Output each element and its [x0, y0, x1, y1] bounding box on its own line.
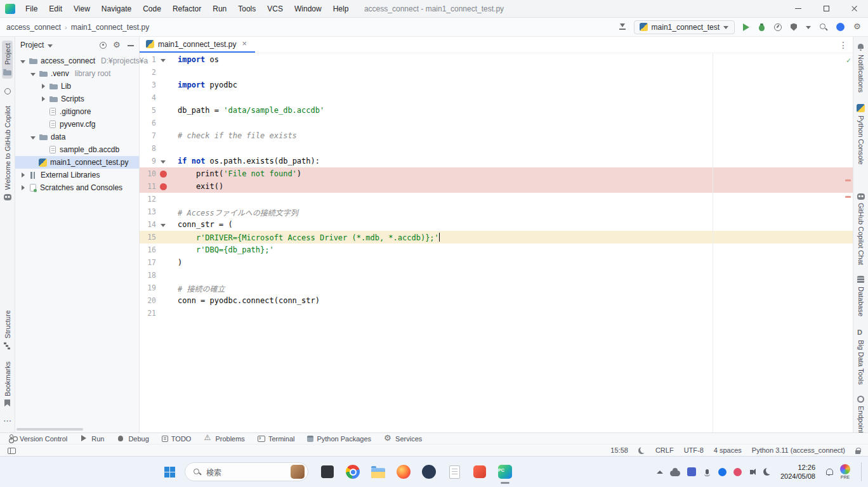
coverage-icon[interactable]: [791, 23, 797, 31]
breadcrumb-main1-connect-test-py[interactable]: main1_connect_test.py: [71, 23, 149, 32]
code-line-12[interactable]: 12: [140, 193, 853, 205]
tool-button-version-control[interactable]: Version Control: [9, 434, 67, 443]
breakpoint-stripe-mark[interactable]: [845, 179, 851, 181]
run-config-selector[interactable]: main1_connect_test: [634, 20, 735, 34]
taskbar-app-app-red[interactable]: [472, 464, 487, 479]
debug-icon[interactable]: [758, 23, 765, 31]
blue-badge-icon[interactable]: [836, 23, 845, 31]
play-icon[interactable]: [742, 23, 749, 31]
chev-d-icon[interactable]: [30, 134, 36, 140]
tool-stripe-notifications[interactable]: Notifications: [855, 41, 866, 95]
code-line-19[interactable]: 19# 接続の確立: [140, 282, 853, 294]
code-line-18[interactable]: 18: [140, 269, 853, 282]
mic-icon[interactable]: [706, 469, 709, 474]
code-line-9[interactable]: 9if not os.path.exists(db_path):: [140, 155, 853, 167]
line-separator-indicator[interactable]: CRLF: [655, 446, 674, 454]
tool-stripe-big-data-tools[interactable]: Big Data Tools: [855, 326, 866, 387]
start-button[interactable]: [162, 464, 177, 479]
code-line-17[interactable]: 17): [140, 256, 853, 269]
tree-item-lib[interactable]: Lib: [15, 80, 139, 93]
horizontal-scrollbar[interactable]: [16, 428, 83, 431]
breakpoint-stripe-mark[interactable]: [845, 196, 851, 198]
code-line-8[interactable]: 8: [140, 142, 853, 155]
tool-stripe-python-console[interactable]: Python Console: [855, 101, 866, 167]
tool-button-problems[interactable]: Problems: [204, 434, 244, 443]
code-line-2[interactable]: 2: [140, 66, 853, 79]
tool-button-todo[interactable]: TODO: [162, 435, 192, 443]
speaker-icon[interactable]: [750, 470, 753, 474]
close-button[interactable]: [840, 0, 868, 17]
code-line-11[interactable]: 11 exit(): [140, 180, 853, 193]
breadcrumb-access-connect[interactable]: access_connect: [6, 23, 61, 32]
chev-d-icon[interactable]: [161, 57, 166, 63]
menu-refactor[interactable]: Refactor: [168, 2, 206, 16]
chev-d-icon[interactable]: [806, 24, 812, 30]
menu-help[interactable]: Help: [328, 2, 354, 16]
taskbar-app-app-dark[interactable]: [320, 464, 335, 479]
menu-navigate[interactable]: Navigate: [96, 2, 136, 16]
cloud-icon[interactable]: [670, 471, 680, 476]
notification-bell-icon[interactable]: [825, 468, 833, 476]
breakpoint-icon[interactable]: [160, 171, 167, 178]
night-light-icon[interactable]: [763, 468, 771, 476]
indent-indicator[interactable]: 4 spaces: [714, 446, 742, 454]
select-opened-file-icon[interactable]: [100, 42, 107, 49]
tree-item-data[interactable]: data: [15, 131, 139, 143]
code-line-4[interactable]: 4: [140, 91, 853, 104]
recorder-tray-item[interactable]: PRE: [840, 464, 850, 479]
encoding-indicator[interactable]: UTF-8: [684, 446, 704, 454]
breakpoint-icon[interactable]: [160, 183, 167, 190]
tool-stripe-structure[interactable]: Structure: [2, 308, 13, 353]
app-pink-icon[interactable]: [733, 468, 742, 476]
menu-run[interactable]: Run: [207, 2, 232, 16]
chev-r-icon[interactable]: [20, 172, 26, 178]
tree-item-venv[interactable]: .venvlibrary root: [15, 67, 139, 80]
menu-view[interactable]: View: [69, 2, 95, 16]
code-line-7[interactable]: 7# check if the file exists: [140, 129, 853, 142]
close-tab-icon[interactable]: [241, 41, 249, 48]
code-line-21[interactable]: 21: [140, 307, 853, 320]
code-editor[interactable]: 1import os23import pyodbc45db_path = 'da…: [140, 53, 853, 432]
tree-item-pyvenv-cfg[interactable]: pyvenv.cfg: [15, 118, 139, 131]
chev-d-icon[interactable]: [30, 71, 36, 77]
tool-stripe-welcome-to-github-copilot[interactable]: Welcome to GitHub Copilot: [3, 103, 13, 202]
code-line-13[interactable]: 13# Accessファイルへの接続文字列: [140, 205, 853, 218]
teams-icon[interactable]: [687, 467, 696, 476]
menu-tools[interactable]: Tools: [233, 2, 261, 16]
tree-item-access-connect[interactable]: access_connectD:¥projects¥a: [15, 55, 139, 67]
menu-file[interactable]: File: [20, 2, 43, 16]
taskbar-app-notepad[interactable]: [447, 464, 462, 479]
tool-button-terminal[interactable]: Terminal: [258, 435, 295, 443]
tree-item-scratches-and-consoles[interactable]: Scratches and Consoles: [15, 181, 139, 194]
search-icon[interactable]: [819, 23, 827, 31]
tool-button-python-packages[interactable]: Python Packages: [307, 435, 371, 443]
tool-stripe-github-copilot-chat[interactable]: GitHub Copilot Chat: [856, 190, 866, 268]
settings-icon[interactable]: [853, 23, 862, 31]
code-line-14[interactable]: 14conn_str = (: [140, 218, 853, 231]
tool-button-debug[interactable]: Debug: [117, 434, 148, 443]
chevron-down-icon[interactable]: [48, 42, 53, 48]
chev-r-icon[interactable]: [20, 185, 26, 191]
chev-d-icon[interactable]: [161, 222, 166, 228]
tool-stripe-project[interactable]: Project: [2, 41, 13, 79]
code-line-20[interactable]: 20conn = pyodbc.connect(conn_str): [140, 294, 853, 307]
code-line-16[interactable]: 16 r'DBQ={db_path};': [140, 244, 853, 256]
inspections-ok-icon[interactable]: [846, 56, 851, 65]
tree-item-main1-connect-test-py[interactable]: main1_connect_test.py: [15, 156, 139, 169]
search-highlight-image[interactable]: [291, 465, 305, 479]
power-save-icon[interactable]: [638, 447, 645, 454]
tab-options-icon[interactable]: [839, 40, 848, 50]
gear-icon[interactable]: [113, 41, 121, 49]
code-line-10[interactable]: 10 print('File not found'): [140, 167, 853, 180]
taskbar-app-chrome[interactable]: [345, 464, 360, 479]
tree-item-gitignore[interactable]: .gitignore: [15, 105, 139, 118]
tree-item-sample-db-accdb[interactable]: sample_db.accdb: [15, 143, 139, 156]
taskbar-search-box[interactable]: 検索: [185, 462, 308, 481]
profile-icon[interactable]: [774, 23, 782, 31]
maximize-button[interactable]: [812, 0, 840, 17]
tool-stripe-commit[interactable]: [3, 85, 12, 97]
lock-icon[interactable]: [855, 450, 860, 454]
tool-button-services[interactable]: Services: [384, 434, 422, 443]
tree-item-scripts[interactable]: Scripts: [15, 93, 139, 105]
tool-stripe-more[interactable]: [2, 415, 13, 429]
